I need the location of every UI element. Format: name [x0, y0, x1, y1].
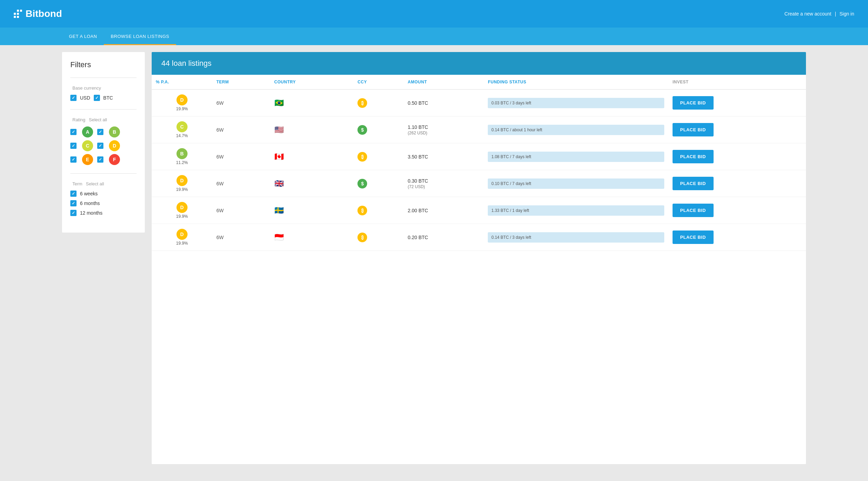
- rating-a-checkbox[interactable]: [70, 129, 77, 135]
- amount-value: 0.20 BTC: [408, 235, 480, 240]
- row-5-invest: PLACE BID: [668, 224, 806, 251]
- rating-f-checkbox[interactable]: [97, 156, 103, 163]
- row-0-rating: D 19.9%: [152, 90, 212, 116]
- row-4-country: 🇸🇪: [270, 197, 354, 224]
- listings-count: 44 loan listings: [161, 59, 796, 68]
- rating-badge: B: [176, 148, 188, 159]
- term-12m-checkbox[interactable]: [70, 210, 77, 216]
- term-6w-label: 6 weeks: [80, 191, 98, 196]
- rating-c-badge: C: [82, 140, 93, 151]
- rating-e-checkbox[interactable]: [70, 156, 77, 163]
- place-bid-button[interactable]: PLACE BID: [673, 231, 714, 244]
- amount-value: 1.10 BTC(262 USD): [408, 124, 480, 135]
- table-row: D 19.9% 6W🇸🇪₿2.00 BTC1.33 BTC / 1 day le…: [152, 197, 806, 224]
- filter-term-title: Term Select all: [70, 181, 137, 186]
- term-6w-checkbox[interactable]: [70, 191, 77, 197]
- ccy-badge: ₿: [357, 98, 367, 108]
- row-3-ccy: $: [353, 170, 404, 197]
- row-0-amount: 0.50 BTC: [404, 90, 484, 116]
- country-flag: 🇬🇧: [274, 179, 284, 188]
- place-bid-button[interactable]: PLACE BID: [673, 96, 714, 110]
- col-invest: INVEST: [668, 75, 806, 90]
- header-separator: |: [835, 11, 836, 17]
- currency-btc-checkbox[interactable]: [94, 95, 100, 101]
- row-2-country: 🇨🇦: [270, 143, 354, 170]
- rating-pct: 11.2%: [176, 160, 188, 165]
- col-ccy: CCY: [353, 75, 404, 90]
- rating-pct: 19.9%: [176, 106, 188, 111]
- funding-status: 1.08 BTC / 7 days left: [488, 152, 664, 162]
- row-3-funding: 0.10 BTC / 7 days left: [484, 170, 668, 197]
- listings-panel: 44 loan listings % P.A. TERM COUNTRY CCY…: [152, 52, 806, 464]
- rating-b-checkbox[interactable]: [97, 129, 103, 135]
- row-5-funding: 0.14 BTC / 3 days left: [484, 224, 668, 251]
- row-4-rating: D 19.9%: [152, 197, 212, 224]
- ccy-badge: $: [357, 125, 367, 135]
- row-3-amount: 0.30 BTC(72 USD): [404, 170, 484, 197]
- term-6m-row: 6 months: [70, 200, 137, 206]
- header: Bitbond Create a new account | Sign in: [0, 0, 868, 28]
- rating-badge: C: [176, 121, 188, 132]
- place-bid-button[interactable]: PLACE BID: [673, 177, 714, 190]
- country-flag: 🇺🇸: [274, 125, 284, 134]
- create-account-link[interactable]: Create a new account: [785, 11, 831, 17]
- country-flag: 🇧🇷: [274, 99, 284, 107]
- rating-c-checkbox[interactable]: [70, 143, 77, 149]
- term-12m-row: 12 months: [70, 210, 137, 216]
- divider-currency: [70, 78, 137, 78]
- place-bid-button[interactable]: PLACE BID: [673, 150, 714, 163]
- row-0-invest: PLACE BID: [668, 90, 806, 116]
- row-2-ccy: ₿: [353, 143, 404, 170]
- table-row: C 14.7% 6W🇺🇸$1.10 BTC(262 USD)0.14 BTC /…: [152, 116, 806, 143]
- country-flag: 🇨🇦: [274, 152, 284, 161]
- term-6m-checkbox[interactable]: [70, 200, 77, 206]
- funding-status: 0.14 BTC / 3 days left: [488, 232, 664, 243]
- row-3-country: 🇬🇧: [270, 170, 354, 197]
- row-4-amount: 2.00 BTC: [404, 197, 484, 224]
- rating-b-badge: B: [109, 126, 120, 137]
- place-bid-button[interactable]: PLACE BID: [673, 204, 714, 217]
- rating-d-checkbox[interactable]: [97, 143, 103, 149]
- row-2-funding: 1.08 BTC / 7 days left: [484, 143, 668, 170]
- row-2-amount: 3.50 BTC: [404, 143, 484, 170]
- rating-pct: 14.7%: [176, 133, 188, 138]
- logo-text: Bitbond: [26, 8, 62, 19]
- rating-f-badge: F: [109, 154, 120, 165]
- ccy-badge: ₿: [357, 233, 367, 242]
- filter-rating-title: Rating Select all: [70, 116, 137, 122]
- currency-usd-checkbox[interactable]: [70, 95, 77, 101]
- row-2-rating: B 11.2%: [152, 143, 212, 170]
- row-5-rating: D 19.9%: [152, 224, 212, 251]
- row-3-term: 6W: [212, 170, 270, 197]
- row-2-term: 6W: [212, 143, 270, 170]
- funding-status: 0.14 BTC / about 1 hour left: [488, 125, 664, 135]
- col-funding-status: FUNDING STATUS: [484, 75, 668, 90]
- divider-term: [70, 173, 137, 174]
- col-pct: % P.A.: [152, 75, 212, 90]
- row-4-ccy: ₿: [353, 197, 404, 224]
- place-bid-button[interactable]: PLACE BID: [673, 123, 714, 136]
- rating-pct: 19.9%: [176, 241, 188, 246]
- filter-base-currency: Base currency USD BTC: [70, 85, 137, 101]
- listings-header: 44 loan listings: [152, 52, 806, 75]
- amount-sub: (262 USD): [408, 131, 427, 135]
- row-5-term: 6W: [212, 224, 270, 251]
- funding-status: 0.10 BTC / 7 days left: [488, 178, 664, 189]
- table-row: D 19.9% 6W🇬🇧$0.30 BTC(72 USD)0.10 BTC / …: [152, 170, 806, 197]
- amount-value: 0.30 BTC(72 USD): [408, 178, 480, 189]
- sign-in-link[interactable]: Sign in: [839, 11, 854, 17]
- nav-item-browse-loan-listings[interactable]: BROWSE LOAN LISTINGS: [104, 28, 176, 45]
- funding-status: 0.03 BTC / 3 days left: [488, 98, 664, 108]
- row-4-term: 6W: [212, 197, 270, 224]
- row-1-amount: 1.10 BTC(262 USD): [404, 116, 484, 143]
- amount-sub: (72 USD): [408, 184, 425, 189]
- col-country: COUNTRY: [270, 75, 354, 90]
- row-1-term: 6W: [212, 116, 270, 143]
- currency-usd-label: USD: [80, 95, 90, 101]
- row-0-country: 🇧🇷: [270, 90, 354, 116]
- nav-item-get-a-loan[interactable]: GET A LOAN: [62, 28, 104, 45]
- table-row: D 19.9% 6W🇮🇩₿0.20 BTC0.14 BTC / 3 days l…: [152, 224, 806, 251]
- rating-badge: D: [176, 229, 188, 240]
- logo: Bitbond: [14, 8, 62, 19]
- country-flag: 🇮🇩: [274, 233, 284, 242]
